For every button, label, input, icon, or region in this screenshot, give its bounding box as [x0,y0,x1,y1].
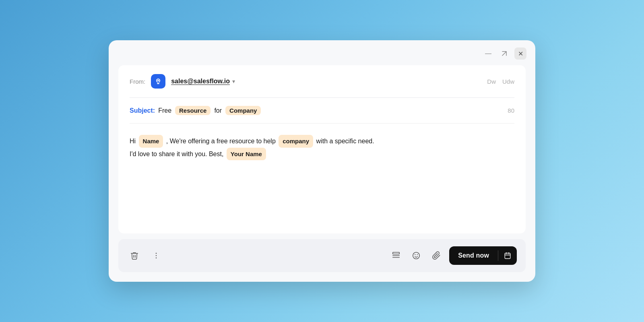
svg-point-3 [156,258,157,259]
from-row: From: sales@salesflow.io ▾ Dw Udw [118,65,526,97]
subject-row: Subject: Free Resource for Company 80 [118,98,526,123]
footer-left [127,248,163,263]
send-now-label: Send now [449,252,498,259]
svg-rect-10 [505,253,510,259]
body-text-offering: , We're offering a free resource to help [164,138,277,144]
from-email: sales@salesflow.io [171,78,230,85]
sender-badge [151,74,165,89]
svg-point-1 [156,253,157,254]
send-now-button[interactable]: Send now [449,246,517,265]
close-button[interactable]: ✕ [514,47,526,60]
subject-tag-company: Company [225,106,261,115]
compose-window: — ✕ From: sales@salesflow.io ▾ [109,40,535,282]
body-text-hi: Hi [130,138,138,144]
svg-rect-4 [393,252,400,254]
svg-point-7 [413,252,420,259]
subject-tag-resource: Resource [175,106,211,115]
chevron-down-icon[interactable]: ▾ [232,78,235,85]
body-tag-yourname: Your Name [227,148,266,161]
dw-label: Dw [487,78,496,85]
svg-point-2 [156,255,157,256]
from-label: From: [130,78,145,85]
more-options-button[interactable] [149,248,163,263]
body-text-share: I'd love to share it with you. Best, [130,151,225,157]
from-email-row: sales@salesflow.io ▾ [171,78,481,85]
subject-text-for: for [214,107,222,114]
subject-text-before: Free [158,107,171,114]
footer-right: Send now [389,246,517,265]
body-tag-name: Name [139,135,163,148]
trash-button[interactable] [127,248,142,263]
window-controls: — ✕ [109,40,535,60]
template-button[interactable] [389,248,403,263]
calendar-icon[interactable] [498,252,517,259]
compose-body: From: sales@salesflow.io ▾ Dw Udw Subj [118,65,526,233]
emoji-button[interactable] [409,248,423,263]
from-extras: Dw Udw [487,78,514,85]
compose-footer: Send now [118,239,526,272]
subject-label: Subject: [130,107,155,114]
email-body[interactable]: Hi Name , We're offering a free resource… [118,124,526,233]
body-tag-company: company [279,135,313,148]
body-text-need: with a specific need. [314,138,374,144]
expand-button[interactable] [498,47,510,60]
attach-button[interactable] [429,248,444,263]
subject-char-count: 80 [508,107,514,114]
udw-label: Udw [502,78,514,85]
minimize-button[interactable]: — [482,47,494,60]
